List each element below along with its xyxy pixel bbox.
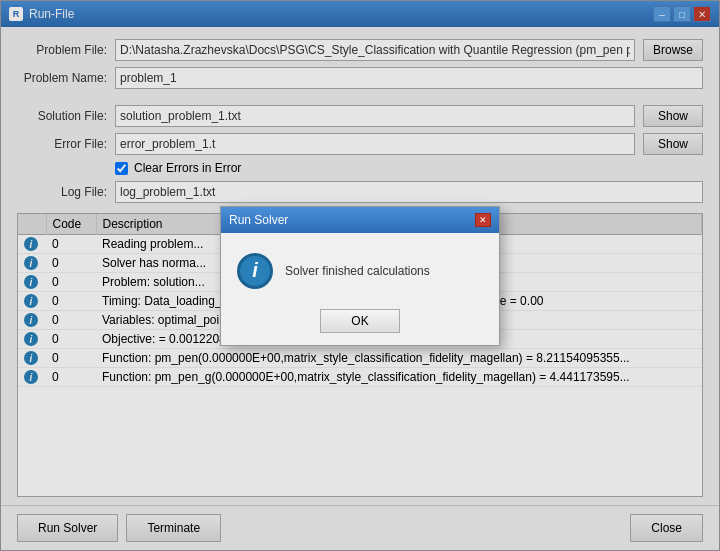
- modal-info-icon: i: [237, 253, 273, 289]
- modal-message: Solver finished calculations: [285, 264, 430, 278]
- modal-ok-button[interactable]: OK: [320, 309, 400, 333]
- modal-close-button[interactable]: ✕: [475, 213, 491, 227]
- modal-title-bar: Run Solver ✕: [221, 207, 499, 233]
- modal-body: i Solver finished calculations: [221, 233, 499, 301]
- modal-title: Run Solver: [229, 213, 288, 227]
- modal-footer: OK: [221, 301, 499, 345]
- modal-dialog: Run Solver ✕ i Solver finished calculati…: [220, 206, 500, 346]
- modal-overlay: Run Solver ✕ i Solver finished calculati…: [0, 0, 720, 551]
